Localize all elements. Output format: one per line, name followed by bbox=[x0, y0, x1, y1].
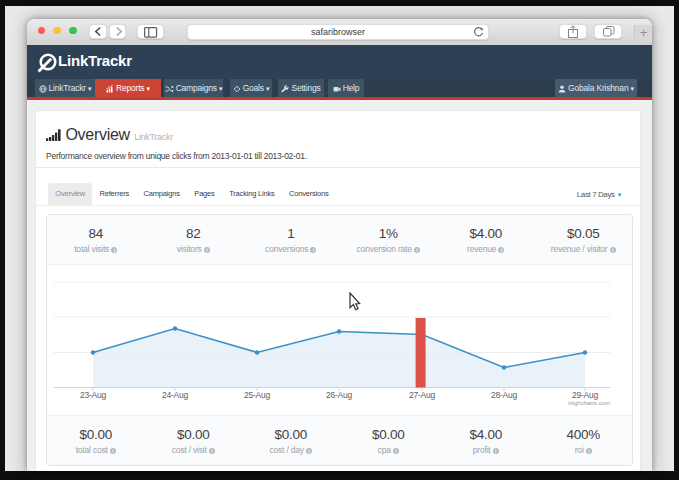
svg-text:25-Aug: 25-Aug bbox=[244, 390, 271, 400]
svg-text:27-Aug: 27-Aug bbox=[409, 390, 436, 400]
svg-text:23-Aug: 23-Aug bbox=[80, 390, 107, 400]
svg-text:29-Aug: 29-Aug bbox=[572, 390, 599, 400]
svg-text:26-Aug: 26-Aug bbox=[326, 390, 353, 400]
svg-text:24-Aug: 24-Aug bbox=[162, 390, 189, 400]
svg-text:28-Aug: 28-Aug bbox=[491, 390, 518, 400]
svg-text:Highcharts.com: Highcharts.com bbox=[568, 400, 610, 406]
